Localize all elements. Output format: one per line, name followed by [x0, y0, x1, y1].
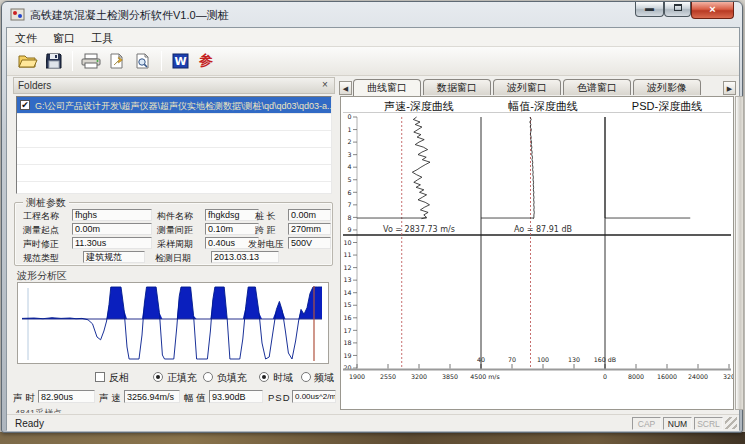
print-preview-button[interactable]: [130, 49, 156, 73]
svg-text:2550: 2550: [380, 373, 396, 380]
svg-text:16000: 16000: [657, 373, 677, 380]
svg-text:40: 40: [477, 356, 485, 363]
measure-start-field[interactable]: 0.00m: [72, 223, 152, 235]
svg-text:14: 14: [343, 289, 351, 296]
save-button[interactable]: [41, 49, 67, 73]
status-text: Ready: [15, 418, 44, 429]
client-area: 文件窗口工具 W 参: [6, 27, 740, 430]
maximize-button[interactable]: [664, 2, 691, 17]
svg-text:0: 0: [347, 113, 351, 120]
svg-text:160 dB: 160 dB: [594, 356, 616, 363]
menu-item-0[interactable]: 文件: [7, 28, 45, 46]
amplitude-field[interactable]: 93.90dB: [209, 390, 263, 403]
project-name-field[interactable]: fhghs: [72, 209, 152, 221]
pile-length-field[interactable]: 0.00m: [288, 209, 331, 221]
psd-label: PSD: [268, 392, 291, 403]
tab-3[interactable]: 色谱窗口: [563, 79, 631, 95]
marker-label-1: Ao = 87.91 dB: [514, 225, 572, 234]
measure-step-field[interactable]: 0.10m: [205, 223, 259, 235]
param-label: 桩 长: [255, 210, 276, 223]
negative-fill-label: 负填充: [217, 371, 247, 385]
toolbar: W 参: [7, 47, 739, 76]
param-label: 工程名称: [23, 210, 59, 223]
svg-text:0: 0: [603, 373, 607, 380]
marker-label-0: Vo = 2837.73 m/s: [383, 225, 455, 234]
resize-grip[interactable]: [725, 417, 737, 429]
parameters-button[interactable]: 参: [193, 49, 219, 73]
menu-item-2[interactable]: 工具: [83, 28, 121, 46]
folders-panel-title: Folders: [18, 80, 51, 91]
menu-item-1[interactable]: 窗口: [45, 28, 83, 46]
main-area: Folders × ✔G:\公司产品设计开发\超声仪器\超声仪实地检测数据\测桩…: [11, 76, 737, 414]
time-correction-field[interactable]: 11.30us: [72, 237, 152, 249]
app-window: 高铁建筑混凝土检测分析软件V1.0—测桩 ▬ × 文件窗口工具: [1, 1, 743, 433]
tab-0[interactable]: 曲线窗口: [353, 79, 421, 96]
sound-time-field[interactable]: 82.90us: [38, 390, 95, 403]
empty-list-row: [17, 114, 331, 131]
chart-area: 声速-深度曲线 幅值-深度曲线 PSD-深度曲线 012345678910111…: [340, 96, 734, 410]
svg-text:18: 18: [343, 339, 351, 346]
voltage-field[interactable]: 500V: [288, 237, 331, 249]
chart-title-velocity: 声速-深度曲线: [357, 99, 481, 112]
svg-text:11: 11: [343, 251, 351, 258]
test-date-field[interactable]: 2013.03.13: [211, 251, 279, 263]
item-checkbox[interactable]: ✔: [20, 100, 30, 110]
tab-scroll-right-icon[interactable]: ▶: [723, 81, 736, 95]
word-report-button[interactable]: W: [167, 49, 193, 73]
waveform-area-title: 波形分析区: [17, 269, 67, 283]
print-button[interactable]: [78, 49, 104, 73]
minimize-button[interactable]: ▬: [635, 2, 664, 17]
toolbar-separator: [161, 51, 162, 71]
amplitude-label: 幅 值: [184, 392, 206, 405]
time-domain-radio[interactable]: [259, 372, 269, 382]
param-label: 规范类型: [23, 252, 59, 265]
svg-text:3200: 3200: [411, 373, 427, 380]
freq-domain-radio[interactable]: [301, 372, 311, 382]
standard-type-field[interactable]: 建筑规范: [83, 251, 145, 263]
wave-positive-fill: [22, 287, 322, 319]
span-field[interactable]: 270mm: [288, 223, 331, 235]
readouts-row: 声 时 82.90us 声 速 3256.94m/s 幅 值 93.90dB P…: [11, 390, 337, 404]
tab-2[interactable]: 波列窗口: [493, 79, 561, 95]
invert-checkbox[interactable]: [95, 372, 105, 382]
svg-text:5: 5: [347, 176, 351, 183]
app-icon: [10, 7, 25, 22]
param-label: 发射电压: [248, 238, 284, 251]
psd-field[interactable]: 0.00us^2/m: [292, 390, 336, 403]
item-path: G:\公司产品设计开发\超声仪器\超声仪实地检测数据\测桩\qd\qd03\qd…: [35, 100, 332, 113]
tab-4[interactable]: 波列影像: [633, 79, 701, 95]
svg-text:6: 6: [347, 189, 351, 196]
toolbar-separator: [72, 51, 73, 71]
svg-text:10: 10: [343, 239, 351, 246]
menu-bar: 文件窗口工具: [7, 28, 739, 47]
sound-speed-field[interactable]: 3256.94m/s: [124, 390, 180, 403]
pile-params-title: 测桩参数: [23, 196, 69, 210]
folders-panel-header: Folders ×: [13, 77, 335, 94]
negative-fill-radio[interactable]: [203, 372, 213, 382]
param-label: 测量起点: [23, 224, 59, 237]
tab-scroll-left-icon[interactable]: ◀: [339, 81, 352, 95]
param-label: 测量间距: [157, 224, 193, 237]
svg-text:12: 12: [343, 264, 351, 271]
vertical-scrollbar[interactable]: [735, 96, 744, 410]
positive-fill-radio[interactable]: [153, 372, 163, 382]
tab-1[interactable]: 数据窗口: [423, 79, 491, 95]
amplitude-curve: [530, 117, 535, 219]
svg-text:15: 15: [343, 301, 351, 308]
svg-text:19: 19: [343, 352, 351, 359]
component-name-field[interactable]: fhgkdsg: [205, 209, 259, 221]
svg-text:1900: 1900: [349, 373, 365, 380]
open-file-button[interactable]: [15, 49, 41, 73]
folders-list[interactable]: ✔G:\公司产品设计开发\超声仪器\超声仪实地检测数据\测桩\qd\qd03\q…: [16, 96, 332, 194]
export-button[interactable]: [104, 49, 130, 73]
close-button[interactable]: ×: [691, 2, 734, 19]
waveform-box[interactable]: [17, 282, 329, 364]
title-bar[interactable]: 高铁建筑混凝土检测分析软件V1.0—测桩 ▬ ×: [2, 2, 742, 27]
svg-text:9: 9: [347, 226, 351, 233]
window-title: 高铁建筑混凝土检测分析软件V1.0—测桩: [30, 8, 229, 23]
svg-text:4500 m/s: 4500 m/s: [470, 373, 500, 380]
folders-list-item[interactable]: ✔G:\公司产品设计开发\超声仪器\超声仪实地检测数据\测桩\qd\qd03\q…: [17, 97, 331, 114]
param-label: 检测日期: [155, 252, 191, 265]
svg-text:4: 4: [347, 163, 351, 170]
folders-close-icon[interactable]: ×: [319, 80, 331, 92]
